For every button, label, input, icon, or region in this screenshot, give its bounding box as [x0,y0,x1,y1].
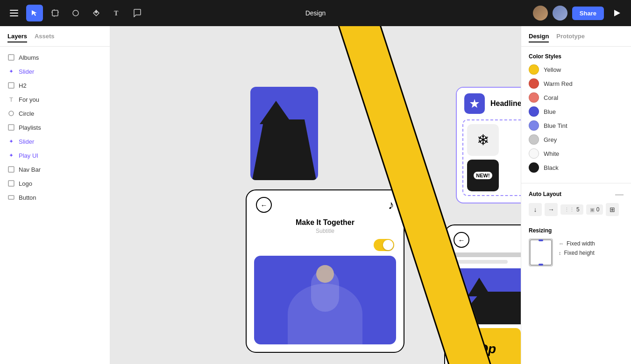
color-row-coral[interactable]: Coral [529,92,624,103]
padding-value: 0 [596,206,600,213]
avatar-2[interactable] [553,6,567,21]
layer-label-albums: Albums [19,54,39,61]
layout-padding-input[interactable]: ▣ 0 [586,204,603,215]
layout-direction-right-button[interactable]: → [545,203,558,216]
headline-logo [464,93,485,114]
tab-design[interactable]: Design [529,33,549,42]
color-label-yellow: Yellow [544,66,561,73]
layer-item-slider2[interactable]: ✦ Slider [0,134,110,148]
layout-spacing-input[interactable]: ⋮⋮ 5 [560,204,583,215]
layer-item-logo[interactable]: Logo [0,176,110,190]
color-row-blue[interactable]: Blue [529,106,624,117]
frame-icon-navbar [7,166,15,173]
back-button-right[interactable]: ← [454,232,469,248]
right-panel-header: Design Prototype [521,26,631,47]
resizing-title: Resizing [529,227,624,234]
color-row-yellow[interactable]: Yellow [529,64,624,75]
svg-point-15 [9,111,14,116]
present-button[interactable] [609,5,625,21]
color-row-white[interactable]: White [529,148,624,159]
svg-rect-11 [8,55,14,60]
resizing-body: ↔ Fixed width ↕ Fixed height [529,238,624,266]
svg-text:T: T [114,10,119,17]
comment-tool-button[interactable] [129,5,146,21]
color-swatch-bluetint [529,120,539,131]
track-info: Make It Together Subtitle [247,217,404,236]
spacing-value: 5 [576,206,580,213]
padding-icon: ▣ [590,207,595,213]
color-swatch-yellow [529,64,539,75]
text-icon-foryou: T [7,96,15,103]
auto-layout-collapse-button[interactable]: — [615,190,624,198]
circle-icon [7,110,15,117]
layer-item-circle[interactable]: Circle [0,106,110,120]
fixed-width-label: Fixed width [567,240,595,247]
frame-icon [7,54,15,61]
toggle-switch[interactable] [374,239,394,251]
layer-item-playui[interactable]: ✦ Play UI [0,148,110,162]
color-label-bluetint: Blue Tint [544,122,567,129]
layer-label-logo: Logo [19,180,32,187]
text-tool-button[interactable]: T [108,5,125,21]
color-styles-section: Color Styles Yellow Warm Red Coral Blue … [521,47,631,183]
color-swatch-white [529,148,539,159]
component-icon-playui: ✦ [7,152,15,159]
layer-item-foryou[interactable]: T For you [0,92,110,106]
layer-item-h2[interactable]: H2 [0,78,110,92]
layer-item-playlists[interactable]: Playlists [0,120,110,134]
avatar-1[interactable] [533,6,548,21]
bg-card-purple [250,87,318,180]
tab-prototype[interactable]: Prototype [556,33,585,42]
layout-direction-down-button[interactable]: ↓ [529,203,542,216]
color-label-grey: Grey [544,136,557,143]
color-swatch-grey [529,134,539,145]
color-styles-title: Color Styles [529,53,624,60]
right-sidebar: Design Prototype Color Styles Yellow War… [521,26,631,364]
layout-options-button[interactable]: ⊞ [606,203,619,216]
tab-layers[interactable]: Layers [7,33,27,42]
color-row-bluetint[interactable]: Blue Tint [529,120,624,131]
fixed-width-option[interactable]: ↔ Fixed width [559,240,595,247]
rect-icon-button [7,194,15,201]
fixed-height-option[interactable]: ↕ Fixed height [559,250,595,256]
fixed-height-label: Fixed height [564,250,595,256]
main-card-header: ← ♪ [247,190,404,217]
frame-icon-logo [7,180,15,187]
icon-cell-star: ❄ [467,124,499,156]
headline-text: Headline [490,99,521,108]
toolbar: T Design Share [0,0,631,26]
select-tool-button[interactable] [26,5,43,21]
bg-card-dark-shape [250,119,318,180]
layer-label-playlists: Playlists [19,124,41,131]
track-title: Make It Together [254,218,396,227]
fixed-width-icon: ↔ [559,241,564,246]
music-note-icon-left: ♪ [388,198,394,212]
layer-item-button[interactable]: Button [0,190,110,204]
color-swatch-coral [529,92,539,103]
circle-tool-button[interactable] [67,5,84,21]
layer-item-navbar[interactable]: Nav Bar [0,162,110,176]
hamburger-button[interactable] [6,5,22,21]
layer-label-slider1: Slider [19,68,34,75]
tab-assets[interactable]: Assets [35,33,55,42]
layer-item-slider1[interactable]: ✦ Slider [0,64,110,78]
color-row-warmred[interactable]: Warm Red [529,78,624,89]
svg-rect-19 [8,196,14,199]
color-row-black[interactable]: Black [529,162,624,173]
frame-tool-button[interactable] [47,5,64,21]
layer-label-button: Button [19,194,36,201]
canvas[interactable]: Headline ❄ [110,26,521,364]
person-head [316,265,334,283]
icon-grid-container: ❄ NEW! ✦ [457,119,521,203]
headline-card: Headline ❄ [456,87,521,203]
layer-label-circle: Circle [19,110,34,117]
main-area: Layers Assets Albums ✦ Slider [0,26,631,364]
svg-point-8 [73,10,78,16]
pen-tool-button[interactable] [88,5,105,21]
color-row-grey[interactable]: Grey [529,134,624,145]
share-button[interactable]: Share [572,7,604,20]
color-label-white: White [544,150,559,157]
color-label-coral: Coral [544,94,558,101]
layer-item-albums[interactable]: Albums [0,50,110,64]
back-button-left[interactable]: ← [256,197,272,213]
